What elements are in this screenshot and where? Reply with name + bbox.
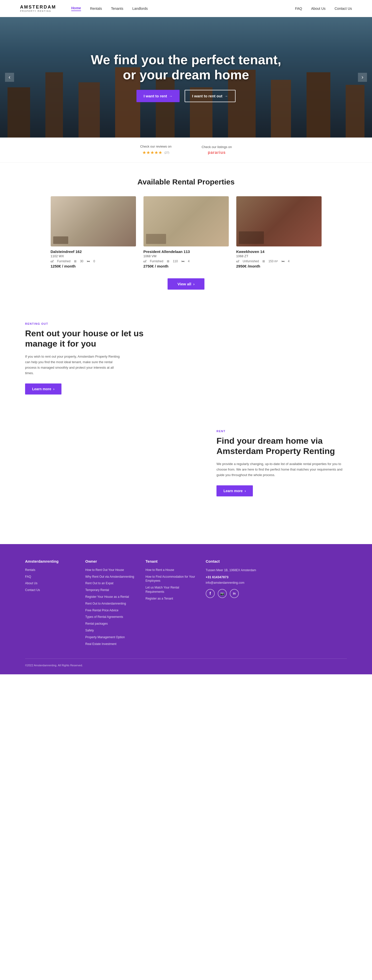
footer-link-how-rent-house[interactable]: How to Rent a House (145, 568, 196, 572)
footer-link-temporary[interactable]: Temporary Rental (85, 588, 135, 592)
footer-link-rentals[interactable]: Rentals (25, 568, 75, 572)
star-rating: ★★★★★ (142, 150, 162, 155)
dream-home-arrow-icon: › (245, 489, 246, 493)
rent-out-title: Rent out your house or let us manage it … (25, 328, 145, 349)
furnished-icon-1: 🛋 (51, 259, 54, 263)
hero-next-button[interactable]: › (358, 73, 367, 82)
property-zip-2: 1068 VM (143, 254, 229, 258)
footer-link-register-house[interactable]: Register Your House as a Rental (85, 595, 135, 599)
footer-link-faq[interactable]: FAQ (25, 575, 75, 579)
footer-link-register-tenant[interactable]: Register as a Tenant (145, 597, 196, 601)
property-card-1[interactable]: Dalsteindreef 162 1102 WX 🛋 Furnished ⊞ … (51, 196, 136, 268)
dream-home-learn-more-button[interactable]: Learn more › (216, 485, 253, 496)
footer-link-rental-agreements[interactable]: Types of Rental Agreements (85, 615, 135, 619)
rentals-section: Available Rental Properties Dalsteindree… (0, 162, 372, 305)
property-image-1 (51, 196, 136, 247)
sqm-icon-3: ⊞ (262, 259, 265, 263)
rent-out-learn-more-button[interactable]: Learn more › (25, 383, 62, 395)
nav-tenants[interactable]: Tenants (111, 6, 123, 11)
footer-link-match-requirements[interactable]: Let us Match Your Rental Requirements (145, 585, 196, 594)
footer-link-property-mgmt[interactable]: Property Management Option (85, 635, 135, 640)
property-image-3 (236, 196, 321, 247)
hero-title: We find you the perfect tenant, or your … (86, 52, 286, 83)
rent-out-arrow-icon: → (224, 94, 228, 98)
beds-1: 0 (93, 259, 95, 263)
beds-2: 4 (188, 259, 190, 263)
footer-link-safety[interactable]: Safety (85, 628, 135, 633)
linkedin-icon[interactable]: in (230, 589, 239, 598)
furnished-label-3: Unfurnished (243, 259, 259, 263)
property-meta-1: 🛋 Furnished ⊞ 30 🛏 0 (51, 259, 136, 263)
social-icons: f 📷 in (206, 589, 276, 598)
hero-section: ‹ We find you the perfect tenant, or you… (0, 17, 372, 137)
nav-faq[interactable]: FAQ (295, 6, 302, 11)
footer-link-real-estate[interactable]: Real Estate Investment (85, 642, 135, 646)
footer-col-amsterdamrenting: Amsterdamrenting Rentals FAQ About Us Co… (25, 559, 75, 649)
sqm-1: 30 (80, 259, 83, 263)
listing-label: Check our listings on (202, 145, 232, 149)
spacer (0, 514, 372, 544)
footer-link-free-price[interactable]: Free Rental Price Advice (85, 608, 135, 612)
property-price-1: 1250€ / month (51, 264, 136, 268)
footer-link-rental-packages[interactable]: Rental packages (85, 622, 135, 626)
footer-link-why-rent-out[interactable]: Why Rent Out via Amsterdamrenting (85, 575, 135, 579)
nav-rentals[interactable]: Rentals (90, 6, 102, 11)
property-name-3: Kweekhoven 14 (236, 250, 321, 254)
footer-link-contact[interactable]: Contact Us (25, 588, 75, 592)
rent-out-section: RENTING OUT Rent out your house or let u… (0, 305, 372, 412)
nav-landlords[interactable]: Landlords (132, 6, 148, 11)
footer-email: info@amsterdamrenting.com (206, 581, 276, 584)
reviews-bar: Check our reviews on ★★★★★ (27) Check ou… (0, 137, 372, 162)
beds-3: 4 (288, 259, 290, 263)
hero-prev-button[interactable]: ‹ (5, 73, 14, 82)
instagram-icon[interactable]: 📷 (218, 589, 227, 598)
footer-col-contact: Contact Tussen Meer 1B, 1068EX Amsterdam… (206, 559, 276, 649)
footer-link-find-accommodation[interactable]: How to Find Accommodation for Your Emplo… (145, 575, 196, 583)
property-meta-2: 🛋 Furnished ⊞ 110 🛏 4 (143, 259, 229, 263)
footer-link-about[interactable]: About Us (25, 581, 75, 585)
copyright: ©2022 Amsterdamrenting. All Rights Reser… (25, 664, 83, 667)
sqm-2: 110 (173, 259, 178, 263)
rent-button[interactable]: I want to rent → (137, 90, 180, 102)
property-zip-3: 1068 ZT (236, 254, 321, 258)
view-all-button[interactable]: View all › (168, 278, 205, 290)
property-card-2[interactable]: President Allendelaan 113 1068 VM 🛋 Furn… (143, 196, 229, 268)
footer-link-rent-expat[interactable]: Rent Out to an Expat (85, 581, 135, 585)
footer-phone: +31 614347873 (206, 575, 276, 579)
furnished-icon-3: 🛋 (236, 259, 239, 263)
sqm-icon-1: ⊞ (74, 259, 76, 263)
property-name-1: Dalsteindreef 162 (51, 250, 136, 254)
rent-out-desc: If you wish to rent out your property, A… (25, 354, 121, 376)
review-count: (27) (164, 151, 169, 154)
hero-content: We find you the perfect tenant, or your … (86, 52, 286, 102)
facebook-icon[interactable]: f (206, 589, 215, 598)
footer-col-tenant: Tenant How to Rent a House How to Find A… (145, 559, 196, 649)
rent-out-button[interactable]: I want to rent out → (184, 90, 235, 102)
logo[interactable]: AMSTERDAM PROPERTY RENTING (20, 5, 56, 12)
sqm-icon-2: ⊞ (167, 259, 169, 263)
property-card-3[interactable]: Kweekhoven 14 1068 ZT 🛋 Unfurnished ⊞ 15… (236, 196, 321, 268)
review-label: Check our reviews on (140, 145, 172, 148)
logo-sub: PROPERTY RENTING (20, 10, 56, 12)
footer-link-how-rent-out[interactable]: How to Rent Out Your House (85, 568, 135, 572)
google-reviews: Check our reviews on ★★★★★ (27) (140, 145, 172, 155)
rent-out-tag: RENTING OUT (25, 322, 145, 325)
view-all-arrow-icon: › (193, 282, 194, 286)
nav-about[interactable]: About Us (311, 6, 326, 11)
nav-right: FAQ About Us Contact Us (295, 6, 352, 11)
rent-arrow-icon: → (169, 94, 173, 98)
nav-home[interactable]: Home (71, 6, 81, 11)
nav-contact[interactable]: Contact Us (335, 6, 352, 11)
dream-home-section: RENT Find your dream home via Amsterdam … (0, 412, 372, 514)
furnished-label-1: Furnished (57, 259, 70, 263)
footer-grid: Amsterdamrenting Rentals FAQ About Us Co… (25, 559, 347, 649)
property-zip-1: 1102 WX (51, 254, 136, 258)
learn-more-arrow-icon: › (53, 387, 54, 391)
footer-link-rent-amsterdamrenting[interactable]: Rent Out to Amsterdamrenting (85, 601, 135, 606)
footer-col4-title: Contact (206, 559, 276, 563)
rentals-title: Available Rental Properties (25, 178, 347, 186)
hero-buttons: I want to rent → I want to rent out → (86, 90, 286, 102)
dream-home-title: Find your dream home via Amsterdam Prope… (216, 436, 347, 456)
property-image-2 (143, 196, 229, 247)
navbar: AMSTERDAM PROPERTY RENTING Home Rentals … (0, 0, 372, 17)
